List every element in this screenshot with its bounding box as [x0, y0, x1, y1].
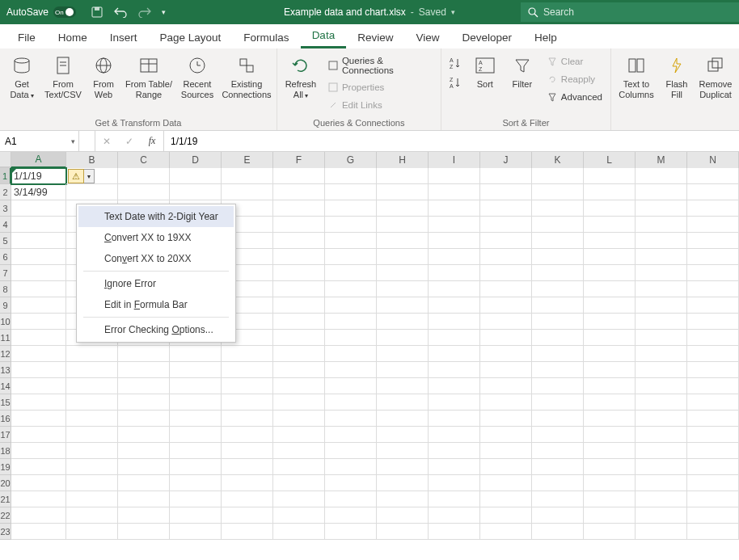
cell-G2[interactable] — [325, 184, 377, 200]
cell-K2[interactable] — [532, 184, 584, 200]
row-header-4[interactable]: 4 — [0, 217, 11, 233]
cell-A18[interactable] — [11, 443, 66, 459]
cell-E1[interactable] — [222, 168, 273, 184]
cell-D16[interactable] — [170, 411, 222, 427]
tab-page-layout[interactable]: Page Layout — [149, 27, 233, 48]
ctx-item[interactable]: Convert XX to 20XX — [78, 248, 234, 269]
cell-A7[interactable] — [11, 265, 66, 281]
cell-A16[interactable] — [11, 411, 66, 427]
col-header-L[interactable]: L — [584, 152, 636, 168]
cell-A11[interactable] — [11, 330, 66, 346]
cell-J9[interactable] — [480, 297, 532, 314]
cell-M20[interactable] — [636, 475, 687, 491]
row-header-13[interactable]: 13 — [0, 362, 11, 378]
cell-G7[interactable] — [325, 265, 377, 281]
cell-K23[interactable] — [532, 524, 584, 540]
cell-B23[interactable] — [66, 524, 118, 540]
cell-M5[interactable] — [636, 233, 687, 249]
ctx-item[interactable]: Convert XX to 19XX — [78, 227, 234, 248]
edit-links-button[interactable]: Edit Links — [324, 98, 436, 112]
cell-A5[interactable] — [11, 233, 66, 249]
ctx-item[interactable]: Error Checking Options... — [78, 319, 234, 340]
row-header-9[interactable]: 9 — [0, 297, 11, 314]
autosave-toggle[interactable]: On — [53, 6, 76, 18]
cell-I23[interactable] — [429, 524, 480, 540]
cell-L5[interactable] — [584, 233, 636, 249]
cell-G11[interactable] — [325, 330, 377, 346]
cell-M12[interactable] — [636, 346, 687, 362]
cell-K8[interactable] — [532, 281, 584, 297]
cell-B14[interactable] — [66, 378, 118, 394]
cell-I16[interactable] — [429, 411, 480, 427]
save-icon[interactable] — [91, 6, 103, 19]
cell-A1[interactable]: 1/1/19 — [11, 168, 66, 184]
cell-B18[interactable] — [66, 443, 118, 459]
cell-J8[interactable] — [480, 281, 532, 297]
cell-D12[interactable] — [170, 346, 222, 362]
tab-view[interactable]: View — [404, 27, 450, 48]
row-header-8[interactable]: 8 — [0, 281, 11, 297]
autosave-control[interactable]: AutoSave On — [0, 6, 82, 18]
cell-F15[interactable] — [273, 394, 325, 411]
cell-B12[interactable] — [66, 346, 118, 362]
cell-L23[interactable] — [584, 524, 636, 540]
cell-M21[interactable] — [636, 491, 687, 507]
cell-K22[interactable] — [532, 507, 584, 524]
reapply-button[interactable]: Reapply — [543, 72, 606, 86]
col-header-D[interactable]: D — [170, 152, 222, 168]
cell-M16[interactable] — [636, 411, 687, 427]
cell-I13[interactable] — [429, 362, 480, 378]
cell-I12[interactable] — [429, 346, 480, 362]
cell-I20[interactable] — [429, 475, 480, 491]
cell-F12[interactable] — [273, 346, 325, 362]
cell-J14[interactable] — [480, 378, 532, 394]
cell-H22[interactable] — [377, 507, 429, 524]
cell-K20[interactable] — [532, 475, 584, 491]
cell-B16[interactable] — [66, 411, 118, 427]
cell-I6[interactable] — [429, 249, 480, 265]
cell-H4[interactable] — [377, 217, 429, 233]
qat-customize-icon[interactable]: ▾ — [162, 8, 166, 16]
col-header-K[interactable]: K — [532, 152, 584, 168]
cell-D23[interactable] — [170, 524, 222, 540]
cell-N19[interactable] — [687, 459, 739, 475]
cell-L2[interactable] — [584, 184, 636, 200]
cell-N7[interactable] — [687, 265, 739, 281]
cell-G6[interactable] — [325, 249, 377, 265]
cell-N13[interactable] — [687, 362, 739, 378]
cell-A3[interactable] — [11, 200, 66, 217]
col-header-N[interactable]: N — [687, 152, 739, 168]
cell-K12[interactable] — [532, 346, 584, 362]
cell-I1[interactable] — [429, 168, 480, 184]
cell-H18[interactable] — [377, 443, 429, 459]
cell-F11[interactable] — [273, 330, 325, 346]
cell-N4[interactable] — [687, 217, 739, 233]
cell-J21[interactable] — [480, 491, 532, 507]
cell-E16[interactable] — [222, 411, 273, 427]
cell-E14[interactable] — [222, 378, 273, 394]
cell-A6[interactable] — [11, 249, 66, 265]
cell-A23[interactable] — [11, 524, 66, 540]
row-header-21[interactable]: 21 — [0, 491, 11, 507]
sort-az-button[interactable]: AZ — [446, 54, 464, 72]
clear-filter-button[interactable]: Clear — [543, 54, 606, 69]
row-header-19[interactable]: 19 — [0, 459, 11, 475]
cell-J3[interactable] — [480, 200, 532, 217]
cell-H6[interactable] — [377, 249, 429, 265]
col-header-H[interactable]: H — [377, 152, 429, 168]
cell-M10[interactable] — [636, 314, 687, 330]
cell-A14[interactable] — [11, 378, 66, 394]
cell-H14[interactable] — [377, 378, 429, 394]
cell-N6[interactable] — [687, 249, 739, 265]
cell-N12[interactable] — [687, 346, 739, 362]
cell-H13[interactable] — [377, 362, 429, 378]
cell-C13[interactable] — [118, 362, 170, 378]
cell-D20[interactable] — [170, 475, 222, 491]
remove-duplicates-button[interactable]: Remove Duplicat — [697, 51, 734, 100]
cell-D21[interactable] — [170, 491, 222, 507]
cell-N18[interactable] — [687, 443, 739, 459]
undo-icon[interactable] — [113, 6, 128, 18]
cell-L18[interactable] — [584, 443, 636, 459]
cell-K19[interactable] — [532, 459, 584, 475]
cell-N17[interactable] — [687, 427, 739, 443]
